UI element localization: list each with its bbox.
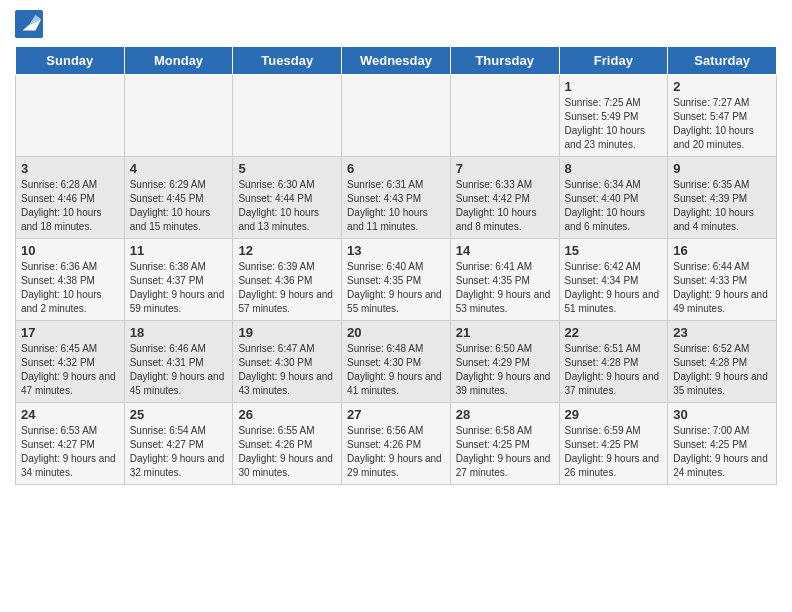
- day-number: 2: [673, 79, 771, 94]
- daylight-label: Daylight: 9 hours and 51 minutes.: [565, 289, 660, 314]
- sunset-label: Sunset: 4:31 PM: [130, 357, 204, 368]
- day-info: Sunrise: 6:40 AM Sunset: 4:35 PM Dayligh…: [347, 260, 445, 316]
- calendar-cell: 29 Sunrise: 6:59 AM Sunset: 4:25 PM Dayl…: [559, 403, 668, 485]
- calendar-cell: 5 Sunrise: 6:30 AM Sunset: 4:44 PM Dayli…: [233, 157, 342, 239]
- sunrise-label: Sunrise: 6:40 AM: [347, 261, 423, 272]
- day-info: Sunrise: 6:46 AM Sunset: 4:31 PM Dayligh…: [130, 342, 228, 398]
- sunrise-label: Sunrise: 6:46 AM: [130, 343, 206, 354]
- calendar-cell: [124, 75, 233, 157]
- daylight-label: Daylight: 10 hours and 13 minutes.: [238, 207, 319, 232]
- sunrise-label: Sunrise: 6:59 AM: [565, 425, 641, 436]
- daylight-label: Daylight: 9 hours and 47 minutes.: [21, 371, 116, 396]
- calendar-cell: 8 Sunrise: 6:34 AM Sunset: 4:40 PM Dayli…: [559, 157, 668, 239]
- day-number: 18: [130, 325, 228, 340]
- calendar-cell: 20 Sunrise: 6:48 AM Sunset: 4:30 PM Dayl…: [342, 321, 451, 403]
- calendar-table: SundayMondayTuesdayWednesdayThursdayFrid…: [15, 46, 777, 485]
- sunset-label: Sunset: 4:25 PM: [565, 439, 639, 450]
- day-info: Sunrise: 6:36 AM Sunset: 4:38 PM Dayligh…: [21, 260, 119, 316]
- sunrise-label: Sunrise: 6:28 AM: [21, 179, 97, 190]
- calendar-cell: 23 Sunrise: 6:52 AM Sunset: 4:28 PM Dayl…: [668, 321, 777, 403]
- day-number: 28: [456, 407, 554, 422]
- sunset-label: Sunset: 4:33 PM: [673, 275, 747, 286]
- logo[interactable]: [15, 10, 47, 38]
- daylight-label: Daylight: 9 hours and 37 minutes.: [565, 371, 660, 396]
- sunrise-label: Sunrise: 6:38 AM: [130, 261, 206, 272]
- day-info: Sunrise: 6:28 AM Sunset: 4:46 PM Dayligh…: [21, 178, 119, 234]
- daylight-label: Daylight: 9 hours and 27 minutes.: [456, 453, 551, 478]
- day-info: Sunrise: 6:55 AM Sunset: 4:26 PM Dayligh…: [238, 424, 336, 480]
- calendar-cell: 28 Sunrise: 6:58 AM Sunset: 4:25 PM Dayl…: [450, 403, 559, 485]
- daylight-label: Daylight: 9 hours and 30 minutes.: [238, 453, 333, 478]
- sunrise-label: Sunrise: 6:30 AM: [238, 179, 314, 190]
- day-number: 3: [21, 161, 119, 176]
- sunrise-label: Sunrise: 7:27 AM: [673, 97, 749, 108]
- calendar-cell: 1 Sunrise: 7:25 AM Sunset: 5:49 PM Dayli…: [559, 75, 668, 157]
- day-number: 12: [238, 243, 336, 258]
- sunrise-label: Sunrise: 6:58 AM: [456, 425, 532, 436]
- day-number: 29: [565, 407, 663, 422]
- daylight-label: Daylight: 9 hours and 32 minutes.: [130, 453, 225, 478]
- day-info: Sunrise: 6:34 AM Sunset: 4:40 PM Dayligh…: [565, 178, 663, 234]
- sunrise-label: Sunrise: 6:47 AM: [238, 343, 314, 354]
- day-number: 13: [347, 243, 445, 258]
- sunset-label: Sunset: 4:25 PM: [673, 439, 747, 450]
- sunrise-label: Sunrise: 6:44 AM: [673, 261, 749, 272]
- day-number: 16: [673, 243, 771, 258]
- sunrise-label: Sunrise: 6:55 AM: [238, 425, 314, 436]
- day-info: Sunrise: 6:38 AM Sunset: 4:37 PM Dayligh…: [130, 260, 228, 316]
- day-number: 8: [565, 161, 663, 176]
- calendar-cell: 17 Sunrise: 6:45 AM Sunset: 4:32 PM Dayl…: [16, 321, 125, 403]
- sunrise-label: Sunrise: 6:42 AM: [565, 261, 641, 272]
- sunset-label: Sunset: 4:30 PM: [238, 357, 312, 368]
- sunset-label: Sunset: 4:46 PM: [21, 193, 95, 204]
- logo-icon: [15, 10, 43, 38]
- day-info: Sunrise: 6:48 AM Sunset: 4:30 PM Dayligh…: [347, 342, 445, 398]
- calendar-cell: 7 Sunrise: 6:33 AM Sunset: 4:42 PM Dayli…: [450, 157, 559, 239]
- week-row-2: 3 Sunrise: 6:28 AM Sunset: 4:46 PM Dayli…: [16, 157, 777, 239]
- sunrise-label: Sunrise: 7:25 AM: [565, 97, 641, 108]
- calendar-cell: 11 Sunrise: 6:38 AM Sunset: 4:37 PM Dayl…: [124, 239, 233, 321]
- sunset-label: Sunset: 4:35 PM: [347, 275, 421, 286]
- daylight-label: Daylight: 9 hours and 34 minutes.: [21, 453, 116, 478]
- day-info: Sunrise: 6:35 AM Sunset: 4:39 PM Dayligh…: [673, 178, 771, 234]
- calendar-cell: 30 Sunrise: 7:00 AM Sunset: 4:25 PM Dayl…: [668, 403, 777, 485]
- daylight-label: Daylight: 9 hours and 57 minutes.: [238, 289, 333, 314]
- daylight-label: Daylight: 9 hours and 39 minutes.: [456, 371, 551, 396]
- weekday-header-monday: Monday: [124, 47, 233, 75]
- daylight-label: Daylight: 9 hours and 26 minutes.: [565, 453, 660, 478]
- calendar-cell: 26 Sunrise: 6:55 AM Sunset: 4:26 PM Dayl…: [233, 403, 342, 485]
- day-info: Sunrise: 6:50 AM Sunset: 4:29 PM Dayligh…: [456, 342, 554, 398]
- sunrise-label: Sunrise: 7:00 AM: [673, 425, 749, 436]
- day-number: 21: [456, 325, 554, 340]
- daylight-label: Daylight: 10 hours and 6 minutes.: [565, 207, 646, 232]
- daylight-label: Daylight: 9 hours and 53 minutes.: [456, 289, 551, 314]
- sunrise-label: Sunrise: 6:51 AM: [565, 343, 641, 354]
- day-number: 15: [565, 243, 663, 258]
- day-info: Sunrise: 7:00 AM Sunset: 4:25 PM Dayligh…: [673, 424, 771, 480]
- day-info: Sunrise: 6:59 AM Sunset: 4:25 PM Dayligh…: [565, 424, 663, 480]
- day-info: Sunrise: 6:56 AM Sunset: 4:26 PM Dayligh…: [347, 424, 445, 480]
- calendar-cell: 4 Sunrise: 6:29 AM Sunset: 4:45 PM Dayli…: [124, 157, 233, 239]
- sunset-label: Sunset: 4:37 PM: [130, 275, 204, 286]
- day-info: Sunrise: 6:31 AM Sunset: 4:43 PM Dayligh…: [347, 178, 445, 234]
- weekday-header-saturday: Saturday: [668, 47, 777, 75]
- sunset-label: Sunset: 4:30 PM: [347, 357, 421, 368]
- sunset-label: Sunset: 4:28 PM: [673, 357, 747, 368]
- day-number: 9: [673, 161, 771, 176]
- calendar-cell: 2 Sunrise: 7:27 AM Sunset: 5:47 PM Dayli…: [668, 75, 777, 157]
- day-number: 20: [347, 325, 445, 340]
- sunset-label: Sunset: 4:28 PM: [565, 357, 639, 368]
- day-info: Sunrise: 6:45 AM Sunset: 4:32 PM Dayligh…: [21, 342, 119, 398]
- day-info: Sunrise: 6:53 AM Sunset: 4:27 PM Dayligh…: [21, 424, 119, 480]
- calendar-cell: 10 Sunrise: 6:36 AM Sunset: 4:38 PM Dayl…: [16, 239, 125, 321]
- day-number: 10: [21, 243, 119, 258]
- day-number: 22: [565, 325, 663, 340]
- sunset-label: Sunset: 4:26 PM: [347, 439, 421, 450]
- sunset-label: Sunset: 5:49 PM: [565, 111, 639, 122]
- daylight-label: Daylight: 9 hours and 35 minutes.: [673, 371, 768, 396]
- sunset-label: Sunset: 4:36 PM: [238, 275, 312, 286]
- weekday-header-tuesday: Tuesday: [233, 47, 342, 75]
- daylight-label: Daylight: 9 hours and 24 minutes.: [673, 453, 768, 478]
- daylight-label: Daylight: 9 hours and 59 minutes.: [130, 289, 225, 314]
- sunrise-label: Sunrise: 6:39 AM: [238, 261, 314, 272]
